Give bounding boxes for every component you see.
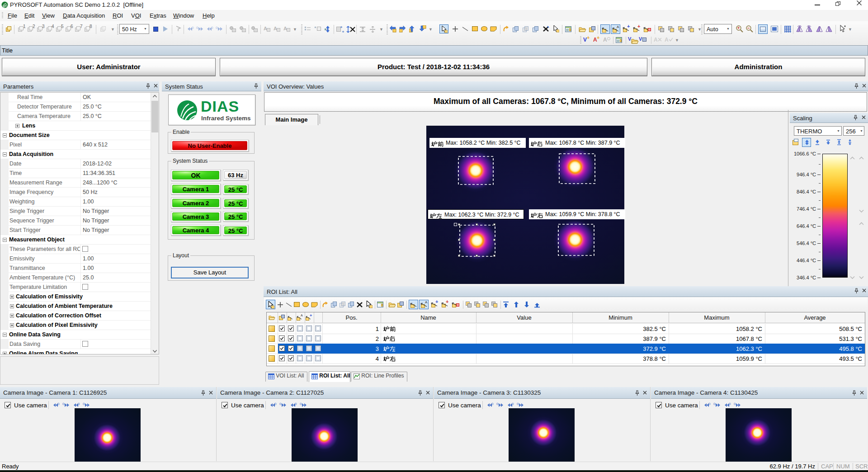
svg-text:0: 0	[78, 402, 80, 406]
svg-text:0: 0	[192, 26, 194, 30]
svg-text:0: 0	[57, 402, 60, 406]
svg-text:0: 0	[734, 402, 736, 406]
svg-text:0: 0	[295, 402, 297, 406]
svg-text:0: 0	[62, 402, 65, 406]
svg-text:0: 0	[491, 402, 494, 406]
svg-text:0: 0	[300, 402, 302, 406]
svg-text:0: 0	[512, 402, 514, 406]
svg-text:0: 0	[517, 402, 519, 406]
svg-text:0: 0	[279, 402, 282, 406]
svg-text:0: 0	[713, 402, 716, 406]
svg-text:0: 0	[729, 402, 731, 406]
svg-text:0: 0	[83, 402, 85, 406]
svg-text:0: 0	[211, 26, 213, 30]
svg-text:−: −	[747, 26, 750, 30]
svg-text:0: 0	[496, 402, 499, 406]
svg-text:0: 0	[216, 26, 218, 30]
svg-text:0: 0	[196, 26, 198, 30]
svg-text:0: 0	[274, 402, 277, 406]
svg-text:+: +	[737, 26, 740, 30]
svg-text:0: 0	[708, 402, 711, 406]
